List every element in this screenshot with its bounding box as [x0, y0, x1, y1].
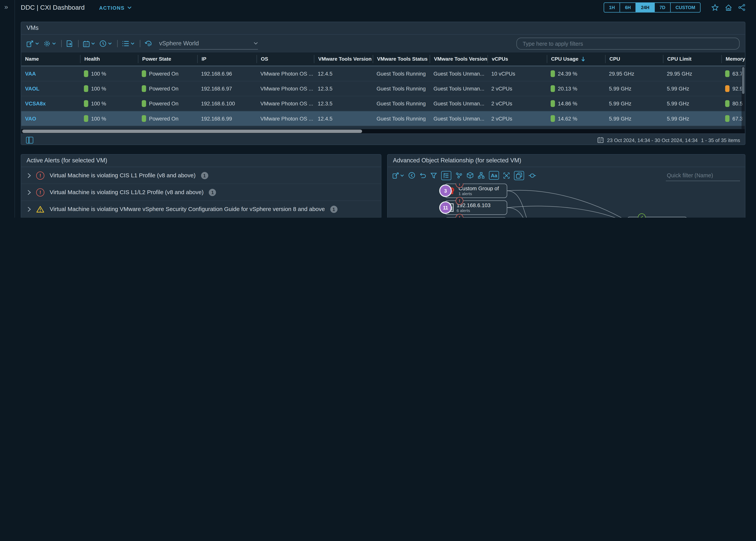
column-header-cpu-usage[interactable]: CPU Usage: [547, 55, 605, 63]
alert-text: Virtual Machine is violating VMware vSph…: [50, 206, 325, 213]
date-range: 23 Oct 2024, 14:34 - 30 Oct 2024, 14:34: [607, 137, 698, 143]
vms-horizontal-scrollbar[interactable]: [21, 129, 745, 133]
table-row[interactable]: VAOL100 %Powered On192.168.6.97VMware Ph…: [21, 81, 745, 96]
graph-node-esx-03-4tb[interactable]: ✓ESX-03-4TB: [627, 217, 688, 218]
toolbar-separator: [117, 40, 118, 47]
alert-row[interactable]: !Virtual Machine is violating CIS L1/L2 …: [21, 184, 381, 201]
scope-selector[interactable]: vSphere World: [159, 38, 258, 50]
vms-panel-title: VMs: [21, 22, 745, 35]
node-toggle-icon[interactable]: [529, 173, 536, 178]
cell-tools_version: 12.4.5: [314, 71, 373, 77]
back-circle-icon[interactable]: [408, 172, 415, 179]
hierarchy-icon[interactable]: [478, 172, 485, 179]
time-range-custom[interactable]: CUSTOM: [671, 3, 700, 12]
table-row[interactable]: VAA100 %Powered On192.168.6.96VMware Pho…: [21, 67, 745, 81]
column-header-ip[interactable]: IP: [197, 55, 257, 63]
table-row[interactable]: VAO100 %Powered On192.168.6.99VMware Pho…: [21, 111, 745, 126]
column-header-os[interactable]: OS: [257, 55, 314, 63]
expand-chevron-icon[interactable]: [28, 206, 31, 212]
time-range-1h[interactable]: 1H: [604, 3, 620, 12]
home-icon[interactable]: [725, 4, 732, 11]
graph-node-custom-group-of[interactable]: 3!Custom Group of1 alerts: [445, 184, 507, 198]
cell-ip: 192.168.6.99: [197, 116, 257, 122]
numbered-list-icon[interactable]: [122, 41, 135, 47]
vm-name-link[interactable]: VAO: [25, 116, 36, 122]
cell-ip: 192.168.6.96: [197, 71, 257, 77]
cell-tools_status: Guest Tools Running: [373, 71, 430, 77]
filter-icon[interactable]: [431, 172, 437, 179]
export-icon[interactable]: [66, 40, 73, 47]
network-graph-icon[interactable]: [456, 172, 462, 179]
gear-icon[interactable]: [43, 40, 56, 47]
alert-text: Virtual Machine is violating CIS L1/L2 P…: [50, 189, 204, 196]
overlap-view-icon[interactable]: [514, 171, 524, 180]
vm-name-link[interactable]: VCSA8x: [25, 101, 46, 107]
expand-chevron-icon[interactable]: [28, 190, 31, 195]
time-range-6h[interactable]: 6H: [620, 3, 636, 12]
cell-vcpus: 2 vCPUs: [487, 86, 547, 92]
node-sublabel: 6 alerts: [457, 208, 490, 213]
fit-screen-icon[interactable]: [503, 172, 510, 179]
expand-chevron-icon[interactable]: [28, 173, 31, 178]
graph-node-dbh-vcf-opera[interactable]: 1!DBH | VCF Opera1 alerts: [445, 217, 507, 218]
graph-node-192-168-6-103[interactable]: 11!192.168.6.1036 alerts: [445, 200, 507, 215]
expand-menu-icon[interactable]: [393, 172, 404, 179]
column-header-cpu[interactable]: CPU: [605, 55, 663, 63]
status-badge: [551, 85, 555, 92]
column-header-vmware-tools-status[interactable]: VMware Tools Status: [373, 55, 430, 63]
column-header-vcpus[interactable]: vCPUs: [487, 55, 547, 63]
cell-power: Powered On: [138, 115, 197, 122]
vm-name-link[interactable]: VAA: [25, 71, 36, 77]
critical-alert-icon: !: [36, 188, 44, 196]
share-icon[interactable]: [738, 4, 745, 11]
dashboard-root: » DDC | CXI Dashboard ACTIONS 1H6H24H7DC…: [0, 0, 756, 218]
reset-icon[interactable]: [145, 40, 152, 47]
status-badge: [142, 70, 146, 77]
node-label: Custom Group of: [458, 186, 499, 191]
alert-row[interactable]: Virtual Machine is violating VMware vSph…: [21, 201, 381, 218]
items-count: 1 - 35 of 35 items: [701, 137, 740, 143]
expand-sidebar-icon[interactable]: »: [0, 0, 15, 11]
column-header-health[interactable]: Health: [80, 55, 138, 63]
vms-table-header: NameHealthPower StateIPOSVMware Tools Ve…: [21, 53, 745, 67]
cell-cpu_usage: 14.62 %: [547, 115, 605, 122]
status-badge: [551, 115, 555, 122]
alert-row[interactable]: !Virtual Machine is violating CIS L1 Pro…: [21, 167, 381, 184]
cell-health: 100 %: [80, 70, 138, 77]
label-toggle-icon[interactable]: Aa: [489, 171, 499, 180]
cell-cpu_limit: 5.99 GHz: [663, 116, 721, 122]
cell-tools_status: Guest Tools Running: [373, 86, 430, 92]
relationship-toolbar: Aa: [388, 167, 745, 184]
quick-filter-input[interactable]: [666, 170, 740, 181]
relationship-graph: 3!Custom Group of1 alerts11!192.168.6.10…: [388, 184, 745, 218]
open-in-window-icon[interactable]: [27, 40, 39, 47]
calendar-icon[interactable]: [83, 40, 95, 47]
tree-view-icon[interactable]: [441, 171, 451, 180]
object-3d-icon[interactable]: [467, 172, 473, 179]
table-row[interactable]: VCSA8x100 %Powered On192.168.6.100VMware…: [21, 96, 745, 111]
cell-name: VAOL: [21, 86, 80, 92]
vm-name-link[interactable]: VAOL: [25, 86, 39, 92]
favorite-star-icon[interactable]: [711, 4, 719, 11]
clock-icon[interactable]: [99, 40, 112, 47]
undo-icon[interactable]: [420, 172, 426, 179]
alert-list: !Virtual Machine is violating CIS L1 Pro…: [21, 167, 381, 218]
column-header-cpu-limit[interactable]: CPU Limit: [663, 55, 721, 63]
actions-menu[interactable]: ACTIONS: [99, 5, 132, 10]
table-row[interactable]: POWERSHELL-HOST50 %Powered On192.168.6.8…: [21, 126, 745, 129]
time-range-24h[interactable]: 24H: [636, 3, 655, 12]
cell-tools_version: 12.3.5: [314, 86, 373, 92]
vms-vertical-scrollbar[interactable]: [741, 67, 745, 129]
column-header-vmware-tools-version-st-[interactable]: VMware Tools Version St...: [430, 55, 487, 63]
node-labels: Custom Group of1 alerts: [458, 186, 499, 196]
column-settings-icon[interactable]: [26, 137, 33, 143]
vms-filter-input[interactable]: [516, 38, 740, 50]
toolbar-separator: [78, 40, 79, 47]
column-header-vmware-tools-version[interactable]: VMware Tools Version: [314, 55, 373, 63]
column-header-power-state[interactable]: Power State: [138, 55, 197, 63]
column-header-memory-usage[interactable]: Memory Usage: [721, 55, 745, 63]
time-range-7d[interactable]: 7D: [655, 3, 671, 12]
column-header-name[interactable]: Name: [21, 55, 80, 63]
vms-footer: 23 Oct 2024, 14:34 - 30 Oct 2024, 14:34 …: [21, 134, 745, 145]
cell-name: VCSA8x: [21, 101, 80, 107]
